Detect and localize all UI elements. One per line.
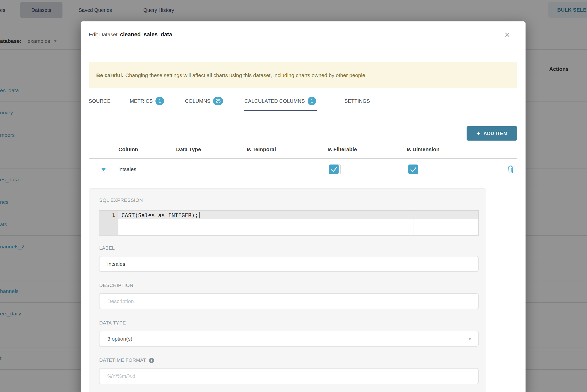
sql-expression-code[interactable]: CAST(Sales as INTEGER); <box>121 211 200 219</box>
add-item-button[interactable]: + ADD ITEM <box>467 126 517 141</box>
tab-label: METRICS <box>130 98 153 104</box>
description-field-label: DESCRIPTION <box>99 283 133 288</box>
is-filterable-checkbox[interactable] <box>329 165 339 174</box>
table-header-divider <box>89 158 517 159</box>
column-header-is-dimension: Is Dimension <box>407 146 440 152</box>
tab-label: SOURCE <box>89 98 111 104</box>
column-header-column: Column <box>118 146 138 152</box>
column-header-is-temporal: Is Temporal <box>247 146 276 152</box>
collapse-caret-icon[interactable] <box>101 168 106 171</box>
tab-count-badge: 1 <box>155 97 164 105</box>
datetime-format-input[interactable] <box>99 368 479 384</box>
editor-line-number: 1 <box>99 211 118 235</box>
warning-bold-text: Be careful. <box>96 72 123 78</box>
add-item-label: ADD ITEM <box>483 131 507 136</box>
text-cursor <box>199 212 200 218</box>
tab-count-badge: 1 <box>308 97 316 105</box>
column-header-is-filterable: Is Filterable <box>328 146 357 152</box>
column-header-data-type: Data Type <box>176 146 201 152</box>
data-type-field-label: DATA TYPE <box>99 320 126 326</box>
tab-label: SETTINGS <box>344 98 370 104</box>
label-field-label: LABEL <box>99 245 115 251</box>
caret-down-icon: ▾ <box>469 336 471 342</box>
calculated-column-name: intsales <box>118 166 136 172</box>
tab-metrics[interactable]: METRICS 1 <box>130 94 164 108</box>
trash-icon <box>507 165 514 174</box>
label-input[interactable] <box>99 256 479 272</box>
editor-print-margin <box>413 211 413 235</box>
tab-label: COLUMNS <box>185 98 210 104</box>
modal-header: Edit Dataset cleaned_sales_data <box>81 21 526 48</box>
warning-text: Changing these settings will affect all … <box>125 72 367 78</box>
tab-source[interactable]: SOURCE <box>89 94 111 108</box>
tab-settings[interactable]: SETTINGS <box>344 94 370 108</box>
delete-column-button[interactable] <box>506 165 515 174</box>
data-type-value: 3 option(s) <box>107 336 132 342</box>
screen: es Datasets Saved Queries Query History … <box>0 0 587 392</box>
calculated-column-detail-panel: SQL EXPRESSION 1 CAST(Sales as INTEGER);… <box>89 188 486 392</box>
modal-tabs: SOURCE METRICS 1 COLUMNS 25 CALCULATED C… <box>81 94 526 108</box>
close-icon[interactable]: × <box>501 28 513 41</box>
tab-label: CALCULATED COLUMNS <box>244 98 305 104</box>
tab-calculated-columns[interactable]: CALCULATED COLUMNS 1 <box>244 94 316 108</box>
tab-count-badge: 25 <box>213 97 223 105</box>
modal-title-dataset-name: cleaned_sales_data <box>120 31 172 38</box>
plus-icon: + <box>476 130 480 137</box>
datetime-format-field-label: DATETIME FORMAT i <box>99 357 154 363</box>
tab-columns[interactable]: COLUMNS 25 <box>185 94 223 108</box>
is-dimension-checkbox[interactable] <box>408 165 418 174</box>
modal-title: Edit Dataset <box>89 31 117 38</box>
sql-expression-editor[interactable]: 1 CAST(Sales as INTEGER); <box>99 210 479 236</box>
tabs-divider <box>89 111 517 111</box>
warning-banner: Be careful. Changing these settings will… <box>89 62 517 88</box>
edit-dataset-modal: Edit Dataset cleaned_sales_data × Be car… <box>81 21 526 392</box>
sql-expression-label: SQL EXPRESSION <box>99 198 143 203</box>
data-type-select[interactable]: 3 option(s) ▾ <box>99 331 479 347</box>
info-icon[interactable]: i <box>149 358 154 363</box>
description-input[interactable] <box>99 293 479 309</box>
